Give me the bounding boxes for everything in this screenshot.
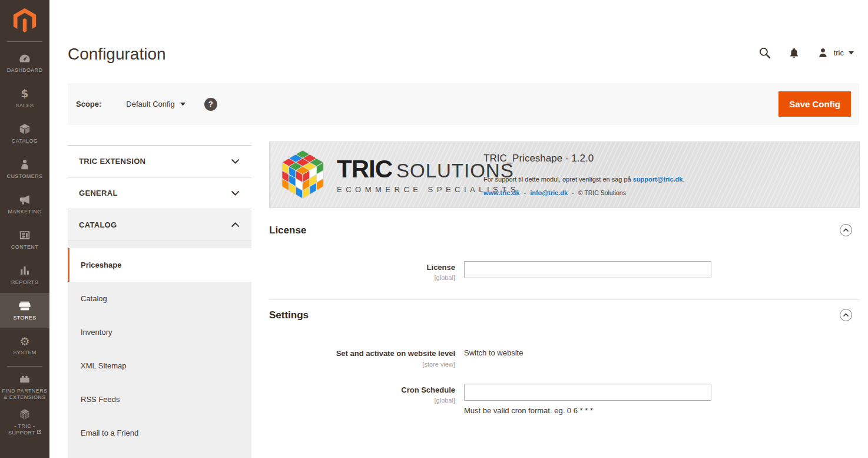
config-nav-item-email-to-a-friend[interactable]: Email to a Friend <box>68 416 251 450</box>
content-icon <box>18 229 31 242</box>
license-field-label-col: License [global] <box>269 261 455 281</box>
tric-info-email-link[interactable]: info@tric.dk <box>530 189 568 196</box>
reports-icon <box>18 264 31 277</box>
sidebar-item-label: SALES <box>15 103 34 109</box>
sidebar-item-tric-support[interactable]: - TRIC -SUPPORT <box>0 404 49 440</box>
save-config-button[interactable]: Save Config <box>778 91 851 117</box>
config-nav-section-general[interactable]: GENERAL <box>68 177 251 209</box>
config-nav-item-catalog[interactable]: Catalog <box>68 282 251 315</box>
license-input[interactable] <box>464 261 711 278</box>
chevron-up-icon <box>843 228 849 232</box>
sidebar-item-reports[interactable]: REPORTS <box>0 258 49 293</box>
config-nav-section-tric-extension[interactable]: TRIC EXTENSION <box>68 145 251 177</box>
sidebar-item-customers[interactable]: CUSTOMERS <box>0 151 49 187</box>
switch-to-website-link[interactable]: Switch to website <box>464 347 860 357</box>
vendor-links: www.tric.dk - info@tric.dk - © TRIC Solu… <box>483 189 685 196</box>
tric-cube-icon <box>18 408 31 421</box>
sidebar-item-find-partners[interactable]: FIND PARTNERS& EXTENSIONS <box>0 369 49 404</box>
sidebar-item-content[interactable]: CONTENT <box>0 222 49 258</box>
sidebar-item-catalog[interactable]: CATALOG <box>0 116 49 151</box>
search-icon <box>758 46 771 60</box>
magento-logo-icon <box>11 6 38 35</box>
cron-schedule-input[interactable] <box>464 384 711 401</box>
license-field-label: License <box>269 263 455 272</box>
system-gear-icon: ⚙ <box>19 336 29 347</box>
sidebar-divider <box>7 41 42 42</box>
license-section-heading: License <box>269 224 860 236</box>
sidebar-divider <box>7 366 42 367</box>
support-line: For support til dette modul, opret venli… <box>483 176 685 183</box>
settings-section-heading: Settings <box>269 309 860 321</box>
scope-value: Default Config <box>126 100 174 108</box>
module-info: TRIC_Priceshape - 1.2.0 For support til … <box>483 153 685 196</box>
config-main: TRIC SOLUTIONS ECOMMERCE SPECIALISTS TRI… <box>269 141 860 415</box>
user-avatar-icon <box>817 47 829 59</box>
magento-logo[interactable] <box>0 0 49 37</box>
cron-schedule-label-col: Cron Schedule [global] <box>269 384 455 404</box>
cron-schedule-scope: [global] <box>269 397 455 404</box>
support-email-link[interactable]: support@tric.dk <box>633 176 683 183</box>
scope-toolbar: Scope: Default Config ? Save Config <box>68 83 859 125</box>
app-sidebar: DASHBOARD $ SALES CATALOG CUSTOMERS MARK… <box>0 0 49 458</box>
chevron-up-icon <box>231 222 240 228</box>
sidebar-item-stores[interactable]: STORES <box>0 293 49 328</box>
sidebar-item-marketing[interactable]: MARKETING <box>0 187 49 222</box>
sidebar-item-label: CUSTOMERS <box>7 173 43 180</box>
search-button[interactable] <box>758 46 771 60</box>
notifications-button[interactable] <box>788 47 800 60</box>
sidebar-item-dashboard[interactable]: DASHBOARD <box>0 45 49 81</box>
external-link-icon <box>37 430 41 434</box>
website-level-row: Set and activate on website level [store… <box>269 347 860 367</box>
sidebar-item-label: - TRIC -SUPPORT <box>8 423 41 437</box>
chevron-down-icon <box>231 190 240 196</box>
sidebar-item-label: FIND PARTNERS& EXTENSIONS <box>2 388 48 401</box>
sidebar-nav: DASHBOARD $ SALES CATALOG CUSTOMERS MARK… <box>0 45 49 440</box>
config-nav-item-xml-sitemap[interactable]: XML Sitemap <box>68 349 251 383</box>
scope-selector[interactable]: Default Config <box>126 100 185 108</box>
sidebar-item-label: SYSTEM <box>13 350 36 356</box>
brand-name-bold: TRIC <box>337 155 392 183</box>
sidebar-item-label: CONTENT <box>11 244 38 251</box>
config-nav-item-rss-feeds[interactable]: RSS Feeds <box>68 383 251 416</box>
config-nav-section-catalog[interactable]: CATALOG <box>68 209 251 240</box>
partners-brick-icon <box>18 373 31 385</box>
scope-label: Scope: <box>76 100 101 108</box>
config-section-nav: TRIC EXTENSION GENERAL CATALOG Priceshap… <box>68 145 251 458</box>
config-nav-item-inventory[interactable]: Inventory <box>68 315 251 349</box>
module-title: TRIC_Priceshape - 1.2.0 <box>483 153 685 164</box>
chevron-up-icon <box>843 313 849 317</box>
catalog-icon <box>18 123 31 136</box>
license-field-row: License [global] <box>269 261 860 281</box>
sidebar-item-system[interactable]: ⚙ SYSTEM <box>0 328 49 364</box>
chevron-down-icon <box>180 103 185 106</box>
license-field-scope: [global] <box>269 274 455 281</box>
sidebar-item-label: CATALOG <box>12 138 38 144</box>
chevron-down-icon <box>849 51 854 55</box>
sidebar-item-label: REPORTS <box>11 279 38 286</box>
settings-collapse-button[interactable] <box>840 309 852 321</box>
sidebar-item-sales[interactable]: $ SALES <box>0 81 49 116</box>
marketing-icon <box>18 193 31 206</box>
config-nav-item-priceshape[interactable]: Priceshape <box>68 248 251 282</box>
help-icon[interactable]: ? <box>204 98 217 111</box>
license-collapse-button[interactable] <box>840 224 852 236</box>
cron-schedule-row: Cron Schedule [global] Must be valid cro… <box>269 384 860 415</box>
page-title: Configuration <box>68 45 166 64</box>
section-divider <box>269 299 860 300</box>
chevron-down-icon <box>231 159 240 164</box>
tric-website-link[interactable]: www.tric.dk <box>483 189 519 196</box>
cron-schedule-label: Cron Schedule <box>269 385 455 395</box>
sales-icon: $ <box>18 87 31 100</box>
sidebar-item-label: MARKETING <box>8 209 41 215</box>
bell-icon <box>788 47 800 60</box>
header-actions: tric <box>758 46 854 60</box>
tric-cube-logo <box>277 147 329 202</box>
account-menu[interactable]: tric <box>817 47 854 59</box>
sidebar-item-label: DASHBOARD <box>7 67 43 74</box>
copyright-text: © TRIC Solutions <box>578 189 626 196</box>
website-level-label: Set and activate on website level <box>269 349 455 358</box>
sidebar-item-label: STORES <box>13 315 36 321</box>
stores-icon <box>18 299 31 312</box>
account-username: tric <box>834 48 844 57</box>
customers-icon <box>18 158 31 171</box>
